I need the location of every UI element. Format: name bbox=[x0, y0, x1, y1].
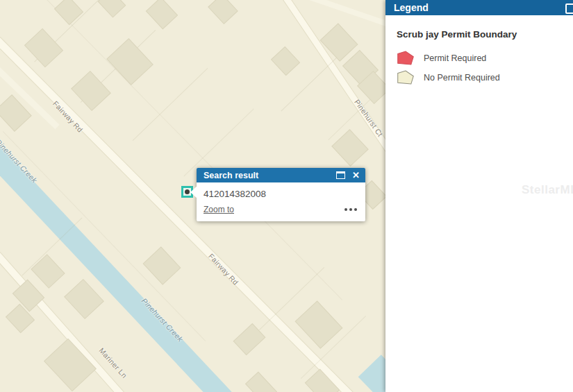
panel-dock-icon[interactable] bbox=[565, 3, 573, 14]
road-label-fairway-rd: Fairway Rd bbox=[207, 252, 240, 287]
search-result-popup: Search result ✕ 412014382008 Zoom to bbox=[197, 168, 365, 221]
maximize-icon[interactable] bbox=[336, 171, 345, 179]
road-label-pinehurst-ct: Pinehurst Ct bbox=[353, 98, 385, 138]
legend-panel: Legend Scrub jay Permit Boundary Permit … bbox=[385, 0, 573, 392]
legend-layer-title: Scrub jay Permit Boundary bbox=[397, 29, 562, 40]
popup-titlebar[interactable]: Search result ✕ bbox=[197, 168, 365, 182]
legend-item: No Permit Required bbox=[397, 69, 562, 85]
legend-header-title: Legend bbox=[394, 2, 429, 13]
legend-item-label: Permit Required bbox=[424, 53, 486, 63]
parcel-id-value: 412014382008 bbox=[204, 189, 266, 199]
legend-swatch-icon bbox=[397, 50, 415, 66]
watermark-text: StellarMLS bbox=[522, 183, 573, 197]
more-options-icon[interactable] bbox=[344, 208, 357, 211]
legend-item: Permit Required bbox=[397, 50, 562, 66]
legend-item-label: No Permit Required bbox=[424, 73, 500, 83]
marker-dot-icon bbox=[185, 189, 190, 194]
legend-swatch-icon bbox=[397, 69, 415, 85]
road-label-fairway-rd: Fairway Rd bbox=[51, 99, 85, 134]
legend-items-list: Permit RequiredNo Permit Required bbox=[397, 50, 562, 85]
close-icon[interactable]: ✕ bbox=[352, 171, 360, 180]
legend-panel-header: Legend bbox=[385, 0, 573, 15]
zoom-to-link[interactable]: Zoom to bbox=[204, 205, 234, 214]
app-window: Fairway Rd Fairway Rd Pinehurst Ct Marin… bbox=[0, 0, 573, 392]
popup-title: Search result bbox=[204, 171, 336, 180]
popup-pointer bbox=[190, 186, 197, 198]
